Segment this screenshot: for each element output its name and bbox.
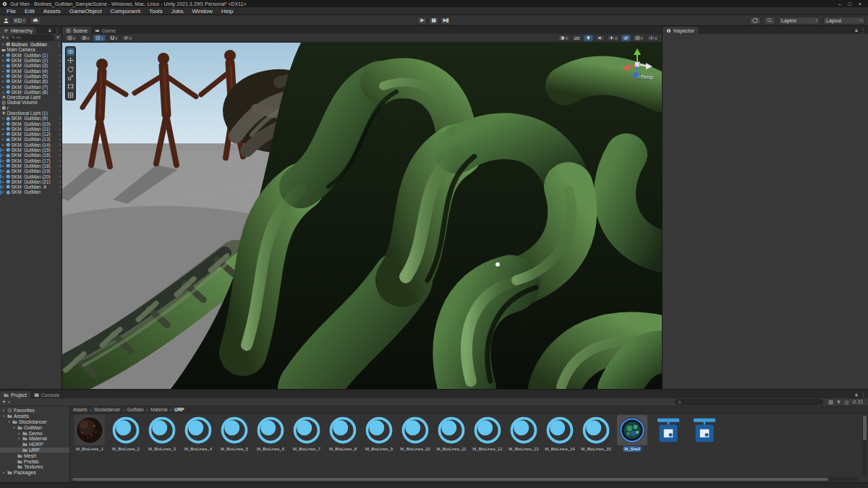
scene-view-option-button[interactable]: ▾ — [633, 35, 645, 41]
transform-tool-button[interactable] — [67, 91, 75, 99]
expander-icon[interactable]: ▸ — [1, 53, 5, 57]
play-button[interactable]: ▶ — [417, 17, 427, 25]
hierarchy-row[interactable]: ▸ SKM_GutMan (10) › — [0, 121, 61, 126]
breadcrumb-item[interactable]: URP — [174, 407, 184, 412]
asset-item[interactable]: M_Shell — [614, 415, 650, 452]
folder-row[interactable]: Prefab — [0, 458, 69, 464]
hierarchy-row[interactable]: ▸ SKM_GutMan (3) › — [0, 63, 61, 68]
scene-view-option-button[interactable]: ▾ — [558, 35, 570, 41]
hierarchy-row[interactable]: ▸ SKM_GutMan (7) › — [0, 84, 61, 89]
folder-row[interactable]: ▾ Stockdancer — [0, 419, 69, 425]
panel-menu-icon[interactable]: ⋮ — [54, 27, 59, 33]
folder-row[interactable]: Textures — [0, 464, 69, 470]
open-prefab-arrow[interactable]: › — [59, 184, 61, 189]
asset-item[interactable]: M_BioLines_1 — [72, 415, 108, 452]
hierarchy-row[interactable]: ▸ SKM_GutMan (12) › — [0, 132, 61, 137]
open-prefab-arrow[interactable]: › — [59, 168, 61, 173]
hierarchy-row[interactable]: ▸ SKM_GutMan (2) › — [0, 58, 61, 63]
scene-tool-button[interactable]: ▾ — [80, 35, 92, 41]
open-prefab-arrow[interactable]: › — [59, 79, 61, 83]
open-prefab-arrow[interactable]: › — [59, 147, 61, 152]
search-by-label-icon[interactable] — [836, 400, 841, 405]
asset-item[interactable]: M_BioLines_9 — [361, 415, 397, 452]
hierarchy-row[interactable]: r — [0, 106, 61, 111]
asset-item[interactable]: M_BioLines_15 — [578, 415, 614, 452]
tab-inspector[interactable]: Inspector — [663, 27, 698, 34]
expander-icon[interactable]: ▸ — [1, 180, 5, 184]
open-prefab-arrow[interactable]: › — [59, 121, 61, 125]
hierarchy-row[interactable]: ▾ Biolines_GutMan ⋮ — [0, 42, 61, 47]
scene-viewport[interactable]: ‹ Persp — [62, 43, 662, 389]
folder-row[interactable]: ▾ GutMan — [0, 424, 69, 430]
expander-icon[interactable]: ▸ — [1, 74, 5, 78]
hierarchy-row[interactable]: ▸ SKM_GutMan (11) › — [0, 127, 61, 132]
search-by-type-icon[interactable] — [828, 400, 833, 405]
menu-item[interactable]: Window — [188, 7, 217, 15]
asset-item[interactable]: M_BioLines_2 — [108, 415, 144, 452]
breadcrumb-item[interactable]: GutMan — [127, 407, 144, 412]
lock-icon[interactable] — [854, 393, 859, 397]
hierarchy-row[interactable]: ▸ SKM_GutMan (19) › — [0, 168, 61, 174]
open-prefab-arrow[interactable]: › — [59, 153, 61, 157]
favorites-star-icon[interactable] — [844, 400, 849, 405]
horizontal-scrollbar[interactable] — [72, 477, 859, 481]
open-prefab-arrow[interactable]: › — [59, 84, 61, 88]
expander-icon[interactable]: ▾ — [12, 426, 16, 429]
open-prefab-arrow[interactable]: › — [59, 116, 61, 120]
expander-icon[interactable]: ▸ — [17, 432, 21, 435]
asset-item[interactable] — [686, 415, 723, 452]
minimize-button[interactable]: – — [838, 1, 841, 7]
expander-icon[interactable]: ▸ — [1, 175, 5, 179]
layers-dropdown[interactable]: Layers▾ — [778, 17, 820, 25]
menu-item[interactable]: Help — [217, 7, 237, 15]
undo-history-button[interactable] — [749, 17, 761, 25]
expander-icon[interactable]: ▸ — [1, 90, 5, 94]
expander-icon[interactable]: ▸ — [1, 132, 5, 136]
open-prefab-arrow[interactable]: › — [59, 74, 61, 78]
tab-hierarchy[interactable]: Hierarchy — [0, 27, 36, 34]
account-dropdown[interactable]: KD▾ — [12, 17, 27, 25]
perspective-label[interactable]: ‹ Persp — [638, 74, 653, 80]
hierarchy-row[interactable]: Directional Light — [0, 95, 61, 100]
project-search[interactable] — [675, 399, 823, 405]
hierarchy-row[interactable]: ▸ SKM_GutMan (6) › — [0, 79, 61, 84]
rect-tool-button[interactable] — [67, 82, 75, 90]
view-tool-button[interactable] — [67, 48, 75, 56]
hierarchy-row[interactable]: Directional Light (1) — [0, 111, 61, 116]
scene-tool-button[interactable]: ▾ — [93, 35, 106, 41]
open-prefab-arrow[interactable]: › — [59, 163, 61, 168]
layout-dropdown[interactable]: Layout▾ — [823, 17, 865, 25]
asset-item[interactable]: M_BioLines_3 — [144, 415, 180, 452]
step-button[interactable]: ▶▮ — [440, 17, 451, 25]
open-prefab-arrow[interactable]: › — [59, 142, 61, 147]
hierarchy-row[interactable]: ▸ SKM_GutMan (17) › — [0, 158, 61, 163]
tab-console[interactable]: Console — [30, 391, 64, 398]
pause-button[interactable]: ▮▮ — [428, 17, 438, 25]
open-prefab-arrow[interactable]: › — [59, 137, 61, 141]
menu-item[interactable]: Tools — [145, 7, 167, 15]
lock-icon[interactable] — [854, 28, 859, 33]
expander-icon[interactable]: ▸ — [1, 64, 5, 67]
hierarchy-row[interactable]: ▸ SKM_GutMan (20) › — [0, 174, 61, 179]
hierarchy-row[interactable]: Global Volume — [0, 100, 61, 105]
breadcrumb-item[interactable]: Assets — [73, 407, 88, 412]
menu-item[interactable]: File — [2, 7, 20, 15]
close-button[interactable]: × — [859, 1, 861, 7]
folder-row[interactable]: Mesh — [0, 453, 69, 458]
hierarchy-row[interactable]: ▸ SKM_GutMan (21) › — [0, 179, 61, 184]
expander-icon[interactable]: ▾ — [1, 43, 5, 46]
scene-tool-button[interactable]: ▾ — [122, 35, 134, 41]
asset-item[interactable]: M_BioLines_14 — [542, 415, 578, 452]
asset-item[interactable]: M_BioLines_11 — [433, 415, 469, 452]
expander-icon[interactable]: ▸ — [1, 122, 5, 126]
open-prefab-arrow[interactable]: › — [59, 68, 61, 72]
open-prefab-arrow[interactable]: › — [59, 132, 61, 136]
open-prefab-arrow[interactable]: › — [59, 179, 61, 184]
expander-icon[interactable]: ▸ — [1, 69, 5, 73]
menu-item[interactable]: GameObject — [65, 7, 106, 15]
hierarchy-row[interactable]: ▸ SKM_GutMan (1) › — [0, 53, 61, 58]
folder-row[interactable]: ▸ Favorites — [0, 408, 69, 414]
menu-item[interactable]: Assets — [39, 7, 65, 15]
expander-icon[interactable]: ▾ — [2, 414, 6, 418]
account-icon[interactable] — [3, 17, 9, 24]
